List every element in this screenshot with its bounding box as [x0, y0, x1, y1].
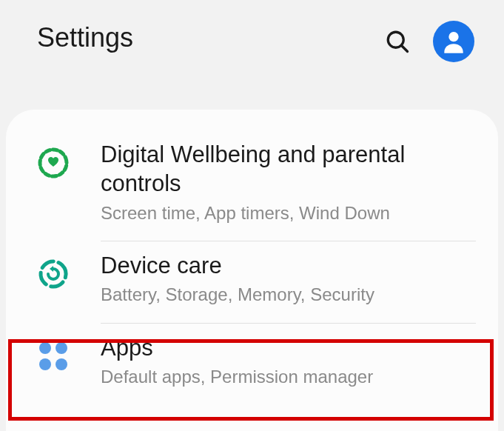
row-subtitle: Battery, Storage, Memory, Security	[101, 283, 476, 306]
svg-point-4	[37, 258, 70, 290]
settings-header: Settings	[0, 0, 504, 110]
row-text: Digital Wellbeing and parental controls …	[101, 141, 498, 224]
search-icon	[384, 28, 411, 55]
search-button[interactable]	[383, 27, 412, 56]
row-subtitle: Screen time, App timers, Wind Down	[101, 201, 476, 224]
settings-card: Digital Wellbeing and parental controls …	[6, 110, 498, 431]
row-device-care[interactable]: Device care Battery, Storage, Memory, Se…	[6, 241, 498, 323]
apps-icon	[36, 338, 71, 374]
person-icon	[440, 27, 468, 56]
row-text: Apps Default apps, Permission manager	[101, 334, 498, 389]
page-title: Settings	[37, 22, 133, 53]
row-subtitle: Default apps, Permission manager	[101, 365, 476, 388]
row-title: Device care	[101, 252, 476, 281]
svg-point-2	[448, 32, 458, 41]
device-care-icon	[36, 256, 71, 292]
row-text: Device care Battery, Storage, Memory, Se…	[101, 252, 498, 307]
row-apps[interactable]: Apps Default apps, Permission manager	[6, 324, 498, 405]
svg-line-1	[401, 45, 407, 51]
row-digital-wellbeing[interactable]: Digital Wellbeing and parental controls …	[6, 130, 498, 241]
profile-button[interactable]	[433, 21, 474, 62]
row-title: Digital Wellbeing and parental controls	[101, 141, 476, 198]
header-actions	[383, 21, 474, 62]
row-title: Apps	[101, 334, 476, 363]
wellbeing-icon	[36, 145, 71, 181]
